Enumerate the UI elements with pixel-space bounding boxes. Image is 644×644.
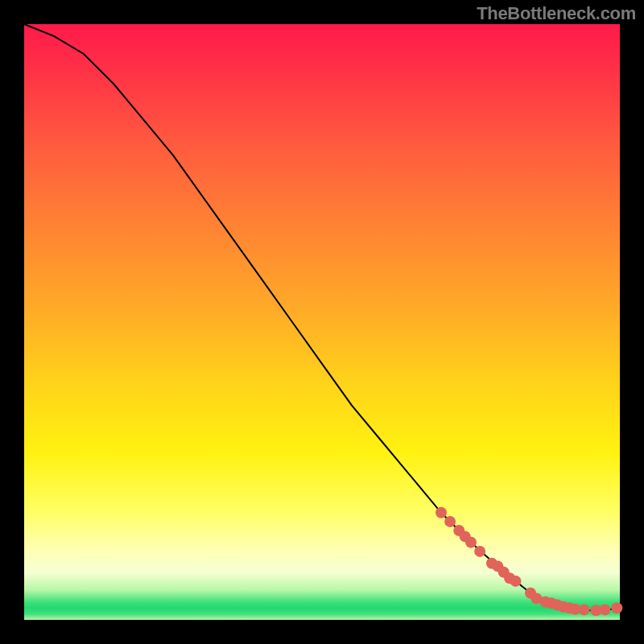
watermark-text: TheBottleneck.com xyxy=(477,3,636,24)
data-marker xyxy=(579,604,590,615)
plot-area xyxy=(24,24,620,620)
data-marker xyxy=(436,507,447,518)
data-marker xyxy=(600,604,611,615)
data-marker xyxy=(611,602,622,613)
marker-group xyxy=(436,507,622,616)
data-marker xyxy=(510,576,522,587)
data-marker xyxy=(474,546,485,557)
chart-container: TheBottleneck.com xyxy=(0,0,644,644)
main-curve xyxy=(24,24,620,610)
data-marker xyxy=(444,516,456,527)
chart-svg xyxy=(24,24,620,620)
data-marker xyxy=(465,537,477,548)
